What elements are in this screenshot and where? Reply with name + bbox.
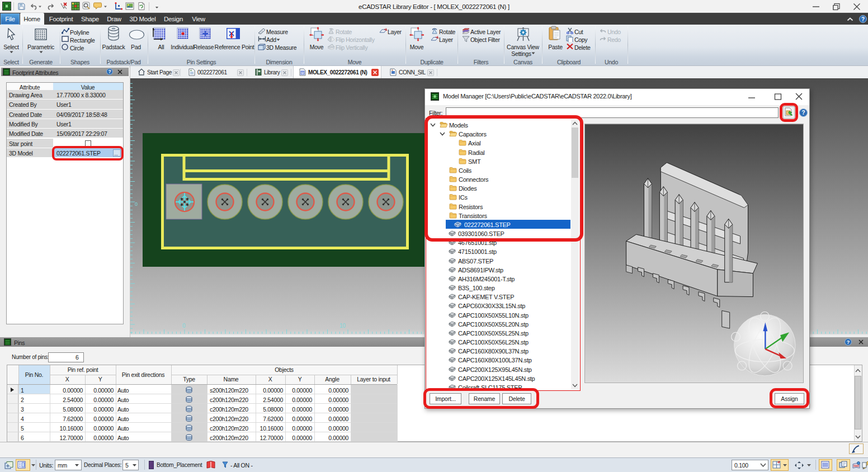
svg-text:?: ?: [861, 16, 865, 22]
svg-text:?: ?: [801, 109, 805, 116]
svg-text:?: ?: [108, 69, 111, 74]
svg-text:?: ?: [847, 339, 850, 345]
